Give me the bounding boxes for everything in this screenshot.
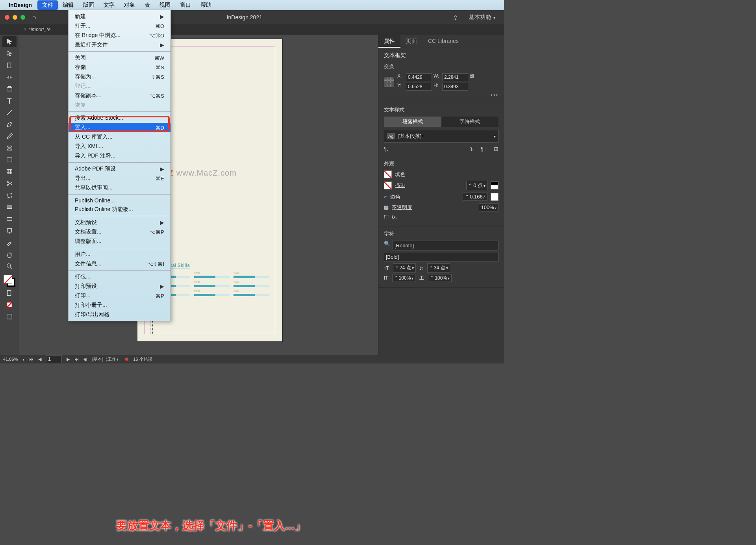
menu-file[interactable]: 文件 [37, 0, 58, 10]
corner-icon[interactable]: ⌐ [384, 194, 387, 200]
home-icon[interactable]: ⌂ [32, 14, 36, 21]
menu-item[interactable]: 搜索 Adobe Stock... [69, 113, 170, 123]
fill-swatch[interactable] [384, 171, 392, 178]
prev-page-icon[interactable]: ◀ [38, 357, 41, 362]
character-style-tab[interactable]: 字符样式 [441, 117, 499, 127]
menu-item[interactable]: 文件信息...⌥⇧⌘I [69, 259, 170, 269]
format-container-icon[interactable] [2, 287, 17, 298]
menu-item[interactable]: 最近打开文件▶ [69, 40, 170, 50]
line-tool[interactable] [2, 107, 17, 118]
rectangle-frame-tool[interactable] [2, 143, 17, 154]
more-options-icon[interactable]: ••• [384, 92, 498, 98]
menu-item[interactable]: 导入 XML... [69, 142, 170, 151]
vscale-field[interactable]: ⌃100%▾ [392, 274, 416, 282]
menu-item[interactable]: 关闭⌘W [69, 53, 170, 63]
menu-window[interactable]: 窗口 [175, 0, 196, 10]
error-count[interactable]: 15 个错误 [133, 356, 152, 362]
zoom-tool[interactable] [2, 261, 17, 272]
menu-item[interactable]: 新建▶ [69, 12, 170, 21]
menu-view[interactable]: 视图 [155, 0, 175, 10]
profile-label[interactable]: [基本]（工作） [92, 356, 120, 362]
font-size-field[interactable]: ⌃24 点▾ [393, 263, 416, 272]
selection-tool[interactable] [2, 36, 17, 47]
first-page-icon[interactable]: ⏮ [29, 357, 33, 361]
menu-item[interactable]: Adobe PDF 预设▶ [69, 164, 170, 174]
fill-stroke-swatch[interactable] [4, 275, 15, 287]
menu-type[interactable]: 文字 [99, 0, 119, 10]
menu-item[interactable]: 文档预设▶ [69, 218, 170, 227]
corner-radius-field[interactable]: ⌃0.1667 [463, 193, 487, 201]
close-tab-icon[interactable]: × [24, 27, 26, 32]
x-field[interactable] [406, 73, 432, 81]
rectangle-tool[interactable] [2, 154, 17, 165]
stroke-swatch[interactable] [384, 182, 392, 189]
note-tool[interactable] [2, 225, 17, 236]
pencil-tool[interactable] [2, 131, 17, 142]
gradient-feather-tool[interactable] [2, 213, 17, 224]
free-transform-tool[interactable] [2, 190, 17, 201]
last-page-icon[interactable]: ⏭ [74, 357, 79, 361]
eyedropper-tool[interactable] [2, 237, 17, 248]
options-icon[interactable]: ⊞ [494, 146, 498, 152]
tab-pages[interactable]: 页面 [400, 35, 422, 48]
zoom-level[interactable]: 41.06% [3, 357, 18, 361]
menu-item[interactable]: 在 Bridge 中浏览...⌥⌘O [69, 31, 170, 40]
direct-selection-tool[interactable] [2, 48, 17, 59]
menu-item[interactable]: 调整版面... [69, 237, 170, 246]
tab-cclibraries[interactable]: CC Libraries [422, 35, 464, 48]
type-tool[interactable] [2, 95, 17, 106]
menu-table[interactable]: 表 [140, 0, 155, 10]
constrain-icon[interactable]: ⛓ [470, 73, 474, 81]
menu-object[interactable]: 对象 [119, 0, 140, 10]
menu-item[interactable]: 打印小册子... [69, 300, 170, 310]
menu-item[interactable]: 打包... [69, 272, 170, 282]
share-icon[interactable]: ⇪ [453, 14, 458, 21]
new-style-icon[interactable]: ¶+ [480, 146, 487, 152]
pen-tool[interactable] [2, 119, 17, 130]
view-mode-icon[interactable] [2, 311, 17, 322]
clear-overrides-icon[interactable]: ↴ [469, 146, 473, 152]
fx-icon[interactable]: fx. [392, 214, 397, 220]
menu-item[interactable]: 存储为...⇧⌘S [69, 72, 170, 82]
minimize-window-button[interactable] [13, 15, 17, 20]
document-tab[interactable]: × *Import_te [24, 27, 50, 32]
stroke-style-swatch[interactable] [491, 182, 498, 189]
workspace-dropdown[interactable]: 基本功能 ▾ [465, 14, 499, 21]
menu-item[interactable]: 用户... [69, 250, 170, 259]
menu-item[interactable]: 打印...⌘P [69, 291, 170, 300]
menu-item[interactable]: 打印预设▶ [69, 282, 170, 291]
h-field[interactable] [442, 83, 468, 91]
menu-item[interactable]: 导入 PDF 注释... [69, 151, 170, 161]
hscale-field[interactable]: ⌃100%▾ [428, 274, 452, 282]
font-weight-field[interactable] [384, 252, 498, 262]
menu-item[interactable]: 置入...⌘D [69, 123, 170, 132]
paragraph-panel-icon[interactable]: ¶. [384, 146, 388, 152]
paragraph-style-select[interactable]: Ag [基本段落]+ ▾ [384, 130, 498, 143]
w-field[interactable] [442, 73, 468, 81]
close-window-button[interactable] [5, 15, 9, 20]
hand-tool[interactable] [2, 249, 17, 260]
corner-shape-swatch[interactable] [491, 193, 498, 201]
y-field[interactable] [406, 83, 432, 91]
menu-item[interactable]: 导出...⌘E [69, 174, 170, 183]
menu-item[interactable]: Publish Online 功能板... [69, 205, 170, 214]
menu-item[interactable]: 打印/导出网格 [69, 310, 170, 319]
next-page-icon[interactable]: ▶ [67, 357, 70, 362]
corner-label[interactable]: 边角 [390, 193, 400, 200]
opacity-label[interactable]: 不透明度 [392, 204, 412, 211]
page-number-field[interactable] [46, 355, 62, 363]
content-collector-tool[interactable] [2, 83, 17, 95]
reference-point-grid[interactable] [384, 77, 394, 87]
menu-item[interactable]: 文档设置...⌥⌘P [69, 227, 170, 237]
effects-icon[interactable]: ⬚ [384, 214, 389, 220]
leading-field[interactable]: ⌃34 点▾ [427, 263, 450, 272]
apply-color-icon[interactable] [2, 299, 17, 310]
tab-properties[interactable]: 属性 [378, 35, 400, 48]
grid-tool[interactable] [2, 166, 17, 177]
menu-item[interactable]: 从 CC 库置入... [69, 132, 170, 142]
page-tool[interactable] [2, 60, 17, 71]
menu-item[interactable]: 共享以供审阅... [69, 183, 170, 193]
paragraph-style-tab[interactable]: 段落样式 [384, 117, 441, 127]
scissors-tool[interactable] [2, 178, 17, 189]
menu-item[interactable]: 打开...⌘O [69, 21, 170, 31]
